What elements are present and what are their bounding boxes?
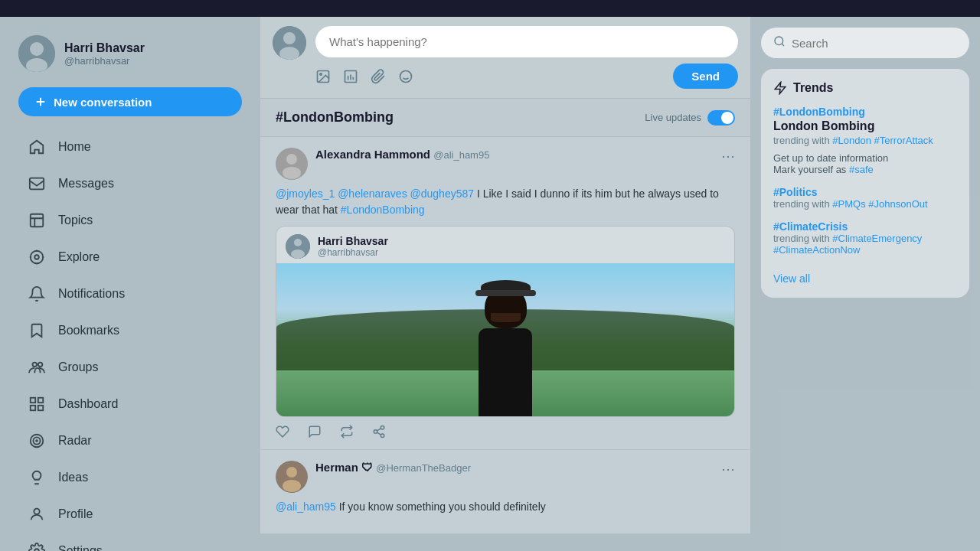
sidebar-item-home[interactable]: Home (6, 129, 254, 165)
post2-more-button[interactable]: ⋯ (721, 461, 735, 478)
home-icon (28, 138, 46, 156)
reply-button[interactable] (308, 425, 322, 439)
live-updates-container: Live updates (645, 110, 735, 126)
safety-section: Get up to date information Mark yourself… (773, 152, 957, 175)
svg-point-1 (30, 42, 44, 56)
notifications-label: Notifications (58, 287, 125, 301)
search-box[interactable] (761, 28, 969, 58)
new-conversation-label: New conversation (54, 96, 152, 109)
post2-header: Herman 🛡 @HermanTheBadger ⋯ (276, 461, 735, 493)
trend-hashtag-2[interactable]: #Politics (773, 186, 957, 198)
emoji-button[interactable] (398, 69, 413, 84)
sidebar-item-dashboard[interactable]: Dashboard (6, 386, 254, 422)
top-bar (0, 0, 980, 17)
trend-sub-2: trending with #PMQs #JohnsonOut (773, 198, 957, 210)
post-more-button[interactable]: ⋯ (721, 148, 735, 165)
post-meta: Alexandra Hammond @ali_ham95 (315, 148, 714, 161)
svg-point-24 (400, 70, 412, 82)
trend-related-3[interactable]: #ClimateEmergency #ClimateActionNow (773, 233, 922, 256)
dashboard-icon (28, 395, 46, 413)
main-content: Send #LondonBombing Live updates (260, 17, 750, 551)
mention-1[interactable]: @jmoyles_1 (276, 187, 335, 200)
sidebar-item-ideas[interactable]: Ideas (6, 459, 254, 496)
svg-point-22 (320, 73, 322, 75)
ideas-label: Ideas (58, 471, 88, 484)
compose-tools (315, 69, 413, 84)
svg-point-39 (286, 467, 297, 478)
sidebar-item-radar[interactable]: Radar (6, 422, 254, 459)
post-author-name: Alexandra Hammond (315, 148, 433, 161)
mention-2[interactable]: @helenaraves (338, 187, 407, 200)
live-updates-label: Live updates (645, 112, 701, 123)
sidebar-item-notifications[interactable]: Notifications (6, 276, 254, 312)
compose-input[interactable] (315, 26, 738, 57)
gear-icon (28, 542, 46, 551)
view-all-link[interactable]: View all (773, 272, 810, 285)
quoted-post-name: Harri Bhavsar (318, 235, 388, 247)
chart-button[interactable] (343, 69, 358, 84)
trend-sub-1: trending with #London #TerrorAttack (773, 135, 957, 146)
sidebar-item-groups[interactable]: Groups (6, 349, 254, 386)
svg-rect-11 (31, 406, 35, 410)
sidebar-item-bookmarks[interactable]: Bookmarks (6, 312, 254, 349)
like-button[interactable] (276, 425, 289, 439)
live-toggle[interactable] (707, 110, 735, 126)
svg-point-34 (374, 430, 377, 434)
topics-icon (28, 211, 46, 230)
compose-avatar (273, 26, 306, 60)
svg-rect-12 (38, 406, 43, 410)
svg-point-33 (381, 426, 384, 430)
sidebar-item-messages[interactable]: Messages (6, 165, 254, 202)
safe-link[interactable]: #safe (849, 164, 874, 175)
attachment-button[interactable] (371, 69, 386, 84)
share-button[interactable] (372, 425, 386, 439)
trend-related-1[interactable]: #London #TerrorAttack (832, 135, 933, 146)
sidebar-user: Harri Bhavsar @harribhavsar (0, 29, 260, 81)
settings-label: Settings (58, 544, 103, 551)
radar-label: Radar (58, 434, 92, 448)
toggle-knob (721, 112, 733, 124)
svg-point-6 (34, 255, 39, 259)
search-input[interactable] (792, 37, 957, 50)
groups-icon (28, 358, 46, 377)
person-icon (28, 505, 46, 523)
repost-button[interactable] (340, 425, 354, 439)
post-header: Alexandra Hammond @ali_ham95 ⋯ (276, 148, 735, 180)
svg-point-29 (283, 167, 301, 179)
sidebar-item-profile[interactable]: Profile (6, 496, 254, 533)
post2-avatar (276, 461, 308, 493)
trend-hashtag-1[interactable]: #LondonBombing (773, 106, 957, 118)
svg-rect-4 (31, 214, 44, 227)
post-hashtag[interactable]: #LondonBombing (341, 204, 425, 216)
quoted-post-image (276, 263, 734, 416)
svg-point-31 (294, 239, 302, 246)
post2-mention[interactable]: @ali_ham95 (276, 500, 336, 513)
dashboard-label: Dashboard (58, 397, 118, 411)
trends-title-label: Trends (793, 81, 833, 95)
post-author-handle: @ali_ham95 (433, 149, 489, 161)
user-name: Harri Bhavsar (64, 41, 145, 55)
user-info: Harri Bhavsar @harribhavsar (64, 41, 145, 67)
image-button[interactable] (315, 69, 331, 84)
trend-hashtag-3[interactable]: #ClimateCrisis (773, 220, 957, 233)
quoted-post-header: Harri Bhavsar @harribhavsar (276, 227, 734, 263)
main-container: Harri Bhavsar @harribhavsar New conversa… (0, 17, 980, 551)
topic-header: #LondonBombing Live updates (260, 99, 750, 137)
trend-related-2[interactable]: #PMQs #JohnsonOut (832, 198, 927, 210)
post2-body: @ali_ham95 If you know something you sho… (276, 499, 735, 515)
new-conversation-button[interactable]: New conversation (18, 87, 242, 116)
svg-rect-9 (31, 398, 35, 403)
sidebar-item-topics[interactable]: Topics (6, 202, 254, 239)
svg-line-37 (377, 429, 381, 431)
mention-3[interactable]: @dughey587 (410, 187, 475, 200)
quoted-post[interactable]: Harri Bhavsar @harribhavsar (276, 226, 735, 417)
send-button[interactable]: Send (673, 64, 738, 89)
post2-author-name: Herman 🛡 (315, 461, 376, 474)
sidebar-item-explore[interactable]: Explore (6, 239, 254, 276)
groups-label: Groups (58, 360, 98, 374)
svg-point-35 (381, 434, 384, 438)
trend-item-3: #ClimateCrisis trending with #ClimateEme… (773, 220, 957, 256)
sidebar-item-settings[interactable]: Settings (6, 533, 254, 551)
post-1: Alexandra Hammond @ali_ham95 ⋯ @jmoyles_… (260, 137, 750, 450)
trend-sub-3: trending with #ClimateEmergency #Climate… (773, 233, 957, 256)
